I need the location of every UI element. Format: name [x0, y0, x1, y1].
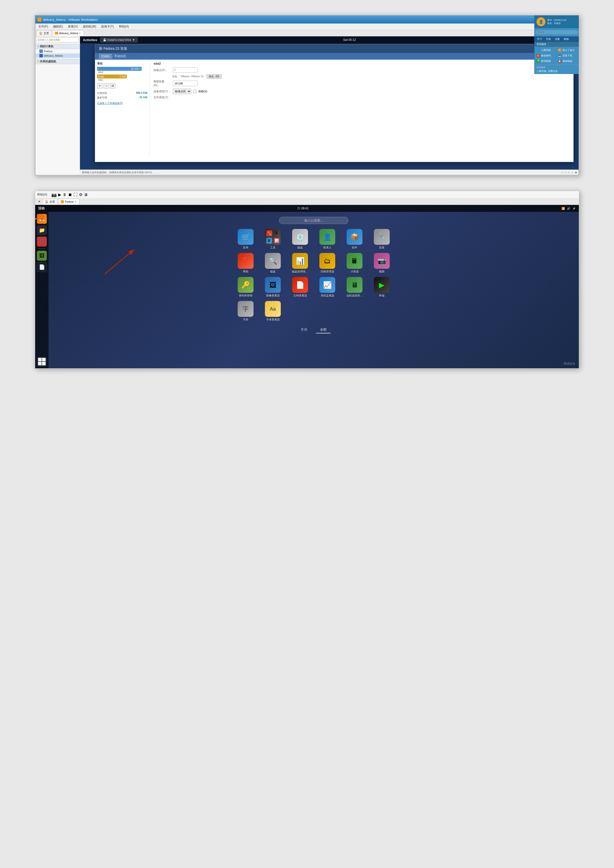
tab2-close[interactable]: ✕	[38, 200, 40, 203]
tab-home[interactable]: 🏠 主页	[36, 30, 52, 36]
app-icon-terminal: ▶	[374, 277, 390, 293]
qq-nav-data[interactable]: 流量	[554, 37, 561, 41]
app-item-tools[interactable]: 🔧 ⚙ 🖥 📊 工具	[262, 229, 284, 250]
vm-tabs2: ✕ 🏠 主页 Fedora ✕	[35, 198, 579, 205]
tab-vm[interactable]: delicacy_fedora ✕	[52, 30, 84, 36]
sidebar-search-input[interactable]	[36, 37, 79, 42]
app-item-fontview[interactable]: Aa 字体查看器	[262, 301, 284, 321]
qq-disk-icon: 💾	[558, 59, 561, 63]
screenshot-1: delicacy_fedora - VMware Workstation ─ □…	[35, 15, 579, 176]
install-to-drive-button[interactable]: 💾 Install to Hard Drive ▼	[100, 38, 138, 42]
app-item-store[interactable]: 🛒 应用	[234, 229, 257, 250]
menu-help[interactable]: 帮助(H)	[118, 24, 130, 29]
mount-point-input[interactable]	[173, 67, 198, 73]
qq-service-calc[interactable]: 💻 信算下机	[557, 53, 578, 58]
device-type-select[interactable]: 标准分区	[173, 88, 191, 94]
dock-icon-placeholder[interactable]: 📄	[37, 262, 47, 272]
app-icon-settings: 🔧	[374, 229, 390, 245]
qq-footer-machine: 机房服务	[536, 66, 577, 69]
status-icon-1: □	[561, 171, 563, 174]
add-partition-button[interactable]: +	[97, 83, 102, 88]
tab-home-icon: 🏠	[39, 32, 43, 35]
sidebar-item-delicacy[interactable]: delicacy_fedora	[36, 53, 80, 58]
sidebar-fedora-label: Fedora	[44, 50, 53, 53]
qq-section-title: 管理服务	[535, 42, 579, 47]
qq-footer-link-internet[interactable]: 上网导购	[536, 70, 546, 73]
vm-screen[interactable]: Activities 💾 Install to Hard Drive ▼ Sat…	[80, 36, 578, 169]
qq-service-calc-label: 信算下机	[563, 54, 572, 57]
app-item-remotedsk[interactable]: 🖥 远程桌面查…	[343, 277, 366, 298]
app-item-settings[interactable]: 🔧 设置	[371, 229, 393, 250]
menu-view[interactable]: 查看(V)	[67, 24, 79, 29]
encrypt-checkbox[interactable]	[193, 90, 196, 93]
partition-item-swap[interactable]: swap 2 GiB sda1	[97, 74, 147, 81]
app-label-settings: 设置	[379, 246, 385, 250]
app-item-screenshot[interactable]: 📷 截图	[371, 253, 393, 273]
qq-service-search-label: 签找链接	[541, 59, 551, 63]
app-item-diskusage[interactable]: 📊 磁盘使用情…	[289, 253, 311, 273]
app-label-docview: 文档查看器	[293, 294, 307, 298]
activities-button[interactable]: Activities	[83, 38, 97, 42]
qq-nav-shop[interactable]: 购物	[562, 37, 570, 41]
dock-icon-sound[interactable]: 🎵	[37, 237, 47, 246]
qq-service-disk[interactable]: 💾 修改晚盘	[557, 59, 578, 64]
menu-vm[interactable]: 虚拟机(M)	[82, 24, 97, 29]
tab2-fedora-close[interactable]: ✕	[74, 200, 76, 203]
menu-file[interactable]: 文件(F)	[37, 24, 49, 29]
overview-tab-all[interactable]: 全部	[316, 327, 330, 333]
app-item-terminal[interactable]: ▶ 终端	[371, 277, 393, 298]
app-item-sysmon[interactable]: 📈 系统监视器	[316, 277, 338, 298]
app-item-help[interactable]: ❓ 帮助	[234, 253, 257, 273]
app-item-software[interactable]: 📦 软件	[343, 229, 366, 250]
qq-service-duration[interactable]: ⏱ 我上了多久	[557, 48, 578, 53]
tab2-fedora[interactable]: Fedora ✕	[58, 199, 79, 205]
app-label-help: 帮助	[243, 270, 248, 273]
app-icon-fontview: Aa	[265, 301, 281, 317]
menu-tabs[interactable]: 选项卡(T)	[100, 24, 115, 29]
qq-nav-study[interactable]: 学习	[535, 37, 543, 41]
section-done-button[interactable]: 完成(6)	[99, 54, 112, 59]
app-item-imageview[interactable]: 🖼 图像查看器	[262, 277, 284, 298]
app-item-contacts[interactable]: 👤 联系人	[316, 229, 338, 250]
dock-icon-firefox[interactable]: 🦊	[37, 214, 47, 224]
partition-item-root[interactable]: / 18 GiB > sda2	[97, 67, 147, 73]
sidebar-item-fedora[interactable]: Fedora	[36, 49, 80, 53]
help-menu[interactable]: 帮助(H)	[37, 192, 47, 197]
dock-icon-files[interactable]: 📁	[37, 225, 47, 235]
menu-edit[interactable]: 编辑(E)	[52, 24, 64, 29]
grid-dot2	[42, 358, 45, 361]
tab-close-btn[interactable]: ✕	[79, 32, 81, 34]
overview-tab-common[interactable]: 常用	[297, 327, 311, 333]
size-input[interactable]	[173, 81, 198, 86]
size-label: 期望容量(D)：	[154, 80, 171, 87]
app-item-docview[interactable]: 📄 文档查看器	[289, 277, 311, 298]
partition-actions: + − ↺	[97, 83, 147, 88]
installer-section-bar: 完成(6) 手动分区	[95, 53, 574, 60]
fedora-screen2[interactable]: 活动 六 09:41 📶 🔊 ⚡ 🦊 📁 🎵 🖼 📄	[35, 205, 579, 368]
remove-partition-button[interactable]: −	[104, 83, 109, 88]
partition-root-sub: sda2	[97, 71, 147, 73]
overview-tabs: 常用 全部	[297, 327, 330, 333]
app-item-keymgr[interactable]: 🔑 密码和密钥	[234, 277, 257, 298]
app-item-disk[interactable]: 💿 磁盘	[289, 229, 311, 250]
qq-footer-link-history[interactable]: 消费历史	[548, 70, 558, 73]
app-search-input[interactable]	[279, 217, 348, 224]
app-item-filemanager[interactable]: 🗂 归档管理器	[316, 253, 338, 273]
app-item-disk2[interactable]: 🔍 磁盘	[262, 253, 284, 273]
qq-service-internet[interactable]: 🌐 上网导航	[535, 48, 557, 53]
dock-icon-photos[interactable]: 🖼	[37, 251, 47, 260]
modify-button[interactable]: 修改...(M)	[206, 74, 222, 79]
app-item-calculator[interactable]: 🖩 计算器	[343, 253, 366, 273]
fedora-activities2[interactable]: 活动	[38, 206, 45, 211]
qq-service-search[interactable]: 🔎 签找链接	[535, 59, 557, 64]
app-icon-help: ❓	[238, 253, 254, 269]
encrypt-label: 加密(X)	[198, 90, 208, 93]
tab2-home[interactable]: 🏠 主页	[42, 199, 58, 205]
qq-nav-recharge[interactable]: 充值	[544, 37, 552, 41]
dock-app-grid[interactable]	[37, 357, 47, 366]
qq-service-pwd[interactable]: 🔒 修改密码	[535, 53, 557, 58]
app-item-fonts[interactable]: 字 字形	[234, 301, 257, 321]
storage-device-link[interactable]: 已选择 1 个存储设备(5)	[97, 101, 147, 105]
qq-search-input[interactable]	[535, 30, 578, 34]
refresh-partition-button[interactable]: ↺	[110, 83, 115, 88]
